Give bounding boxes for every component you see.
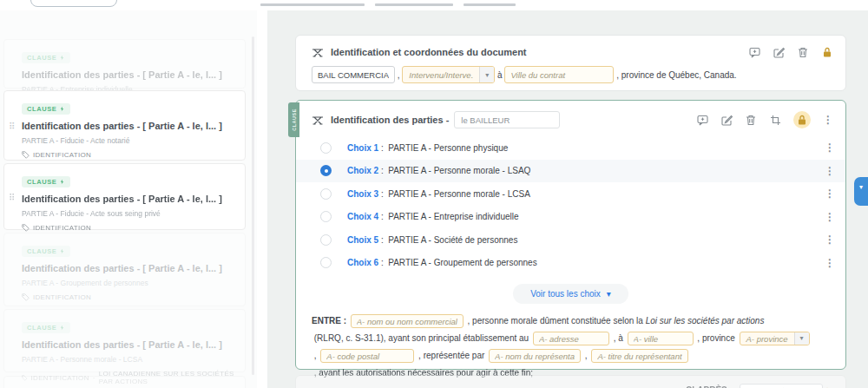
choice-separator: :	[378, 189, 388, 199]
choice-link[interactable]: Choix 2	[347, 166, 378, 175]
choice-row: Choix 4 : PARTIE A - Entreprise individu…	[296, 206, 845, 229]
crop-icon[interactable]	[769, 114, 781, 126]
parties-identification-card: CLAUSE Identification des parties -	[295, 100, 846, 370]
truncated-text	[464, 3, 516, 6]
app-window: CLAUSE Identification des parties - [ Pa…	[0, 0, 868, 388]
radio-button[interactable]	[320, 211, 332, 222]
choice-link[interactable]: Choix 4	[347, 212, 378, 221]
choice-link[interactable]: Choix 1	[347, 143, 378, 153]
trash-icon[interactable]	[745, 114, 757, 126]
clause-tags: IDENTIFICATION	[22, 224, 234, 232]
floating-panel-toggle-button[interactable]: ▾	[854, 177, 868, 206]
lock-icon[interactable]	[821, 46, 833, 58]
legal-text: ,	[582, 351, 589, 360]
clause-badge: CLAUSE	[22, 176, 70, 187]
clause-badge-icon	[59, 55, 65, 61]
choice-link[interactable]: Choix 6	[347, 258, 378, 267]
radio-button[interactable]	[320, 234, 332, 246]
legal-text: ,	[312, 351, 319, 360]
legal-text: , à	[611, 333, 626, 343]
clause-card[interactable]: CLAUSE Identification des parties - [ Pa…	[3, 233, 246, 306]
party-name-field[interactable]	[351, 314, 464, 328]
see-all-choices-button[interactable]: Voir tous les choix ▾	[513, 284, 628, 304]
sidebar-scrollbar[interactable]	[252, 36, 254, 375]
document-type-input[interactable]	[312, 66, 395, 83]
more-options-icon[interactable]: ⋮	[825, 187, 835, 200]
choice-separator: :	[378, 212, 388, 221]
clause-card[interactable]: CLAUSE	[3, 376, 246, 388]
card-toolbar	[748, 46, 833, 58]
address-field[interactable]	[533, 332, 609, 345]
postal-code-field[interactable]	[320, 349, 414, 363]
clause-title: Identification des parties - [ Partie A …	[22, 339, 234, 350]
trash-icon[interactable]	[797, 46, 809, 58]
topbar-pill-button[interactable]	[30, 0, 117, 7]
clause-type-icon	[312, 115, 324, 126]
more-options-icon[interactable]: ⋮	[825, 257, 835, 269]
more-options-icon[interactable]: ⋮	[825, 141, 835, 154]
representative-title-field[interactable]	[591, 349, 688, 363]
comment-icon[interactable]	[748, 46, 760, 58]
choice-row-selected: Choix 2 : PARTIE A - Personne morale - L…	[296, 160, 845, 183]
clause-title: Identification des parties - [ Partie A …	[22, 194, 234, 204]
choice-separator: :	[378, 166, 388, 175]
clause-card[interactable]: CLAUSE Identification des parties - [ Pa…	[3, 39, 246, 89]
card-header: Identification et coordonnées du documen…	[296, 36, 845, 58]
card-toolbar: ⋮	[696, 111, 833, 128]
next-clause-card-partial[interactable]	[295, 375, 846, 388]
choice-text: PARTIE A - Groupement de personnes	[388, 258, 536, 267]
edit-icon[interactable]	[773, 46, 785, 58]
chevron-down-icon: ▾	[794, 332, 809, 345]
choice-text: PARTIE A - Personne physique	[388, 143, 508, 153]
clause-side-tab[interactable]: CLAUSE	[288, 102, 299, 137]
lock-icon[interactable]	[793, 111, 811, 128]
entre-label: ENTRE :	[312, 316, 349, 326]
clause-card[interactable]: CLAUSE Identification des parties - [ Pa…	[3, 309, 246, 372]
clause-card[interactable]: ⠿ CLAUSE Identification des parties - [ …	[3, 90, 246, 161]
chevron-down-icon: ▾	[479, 67, 494, 82]
card-title: Identification des parties -	[331, 115, 449, 125]
province-select[interactable]: A- province▾	[740, 332, 810, 345]
clause-badge: CLAUSE	[22, 246, 70, 257]
tag-icon	[22, 151, 30, 159]
city-field[interactable]	[628, 332, 694, 345]
drag-handle-icon[interactable]: ⠿	[9, 193, 14, 201]
clause-subtitle: PARTIE A - Personne morale - LCSA	[22, 355, 234, 364]
legal-text: , province	[695, 333, 738, 343]
clause-title: Identification des parties - [ Partie A …	[22, 69, 234, 80]
document-header-sentence: , Intervenu/Interve. ▾ à , province de Q…	[296, 58, 845, 95]
see-all-wrap: Voir tous les choix ▾	[296, 284, 845, 304]
chevron-down-icon: ▾	[859, 183, 863, 191]
intervenu-select[interactable]: Intervenu/Interve. ▾	[402, 66, 495, 83]
clause-badge-icon	[59, 106, 65, 112]
clause-badge: CLAUSE	[22, 103, 70, 115]
at-label: à	[495, 70, 504, 80]
clause-badge-icon	[59, 179, 65, 185]
radio-button[interactable]	[320, 142, 332, 154]
representative-name-field[interactable]	[489, 349, 581, 363]
truncated-text	[260, 3, 365, 6]
clause-subtitle: PARTIE A - Fiducie - Acte sous seing pri…	[22, 209, 234, 218]
radio-button[interactable]	[320, 257, 332, 268]
radio-button[interactable]	[320, 188, 332, 200]
party-name-input[interactable]	[454, 111, 560, 128]
comment-icon[interactable]	[696, 114, 708, 126]
more-options-icon[interactable]: ⋮	[825, 233, 835, 246]
more-options-icon[interactable]: ⋮	[825, 211, 835, 223]
choice-link[interactable]: Choix 5	[347, 235, 378, 245]
edit-icon[interactable]	[720, 114, 733, 126]
drag-handle-icon[interactable]: ⠿	[9, 122, 14, 129]
choice-row: Choix 5 : PARTIE A - Société de personne…	[296, 228, 845, 252]
separator-text: ,	[395, 70, 402, 80]
more-options-icon[interactable]: ⋮	[823, 114, 833, 126]
document-identification-card: Identification et coordonnées du documen…	[295, 35, 846, 91]
more-options-icon[interactable]: ⋮	[825, 165, 835, 177]
choice-separator: :	[378, 143, 388, 153]
clause-subtitle: PARTIE A - Fiducie - Acte notarié	[22, 136, 234, 145]
choice-separator: :	[378, 235, 388, 245]
choice-link[interactable]: Choix 3	[347, 189, 378, 199]
contract-city-input[interactable]	[504, 66, 614, 83]
radio-button-selected[interactable]	[320, 165, 332, 176]
choice-text: PARTIE A - Entreprise individuelle	[388, 212, 518, 221]
clause-card[interactable]: ⠿ CLAUSE Identification des parties - [ …	[3, 163, 246, 230]
